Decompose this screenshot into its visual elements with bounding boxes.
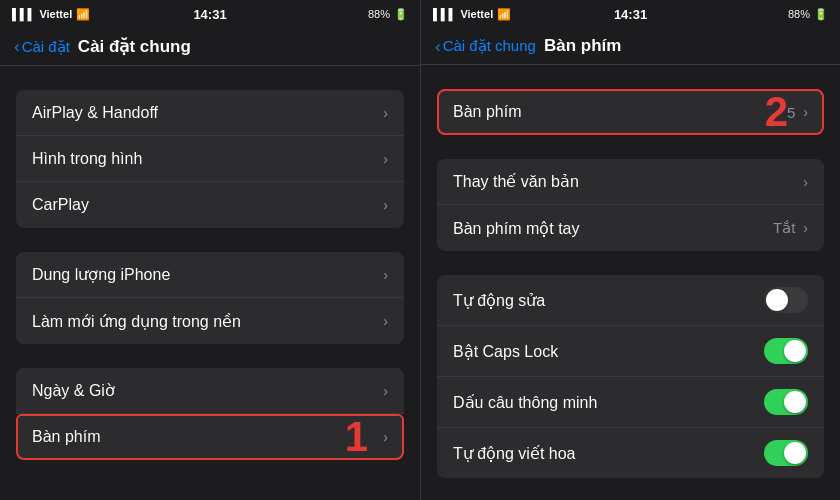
status-right-left: 88% 🔋: [368, 8, 408, 21]
nav-bar-left: ‹ Cài đặt Cài đặt chung: [0, 28, 420, 66]
chevron-refresh: ›: [383, 313, 388, 329]
row-capslock-label: Bật Caps Lock: [453, 342, 558, 361]
section-3-right: Tự động sửa Bật Caps Lock Dấu câu thông …: [437, 275, 824, 478]
row-airplay[interactable]: AirPlay & Handoff ›: [16, 90, 404, 136]
wifi-icon: 📶: [76, 8, 90, 21]
panel-right: ▌▌▌ Viettel 📶 14:31 88% 🔋 ‹ Cài đặt chun…: [420, 0, 840, 500]
row-datetime-label: Ngày & Giờ: [32, 381, 115, 400]
section-2-left: Dung lượng iPhone › Làm mới ứng dụng tro…: [16, 252, 404, 344]
row-capslock[interactable]: Bật Caps Lock: [437, 326, 824, 377]
row-picture[interactable]: Hình trong hình ›: [16, 136, 404, 182]
nav-title-right: Bàn phím: [544, 36, 621, 56]
nav-bar-right: ‹ Cài đặt chung Bàn phím: [421, 28, 840, 65]
row-autocorrect[interactable]: Tự động sửa: [437, 275, 824, 326]
row-carplay[interactable]: CarPlay ›: [16, 182, 404, 228]
row-airplay-label: AirPlay & Handoff: [32, 104, 158, 122]
chevron-textreplace: ›: [803, 174, 808, 190]
row-storage[interactable]: Dung lượng iPhone ›: [16, 252, 404, 298]
chevron-picture: ›: [383, 151, 388, 167]
row-picture-right: ›: [383, 151, 388, 167]
row-keyboard-right: ›: [383, 429, 388, 445]
row-keyboards-value: 5: [787, 104, 795, 121]
row-keyboard-label: Bàn phím: [32, 428, 100, 446]
status-left-right: ▌▌▌ Viettel 📶: [433, 8, 511, 21]
time-label-left: 14:31: [193, 7, 226, 22]
chevron-airplay: ›: [383, 105, 388, 121]
battery-percent-right: 88%: [788, 8, 810, 20]
section-1-left: AirPlay & Handoff › Hình trong hình › Ca…: [16, 90, 404, 228]
row-airplay-right: ›: [383, 105, 388, 121]
wifi-icon-right: 📶: [497, 8, 511, 21]
row-keyboards-label: Bàn phím: [453, 103, 521, 121]
row-datetime-right: ›: [383, 383, 388, 399]
back-button-right[interactable]: ‹ Cài đặt chung: [435, 37, 536, 55]
row-keyboards-right: 5 ›: [787, 104, 808, 121]
section-2-right: Thay thế văn bản › Bàn phím một tay Tắt …: [437, 159, 824, 251]
row-storage-right: ›: [383, 267, 388, 283]
battery-percent-left: 88%: [368, 8, 390, 20]
row-picture-label: Hình trong hình: [32, 150, 142, 168]
toggle-knob-smartpunct: [784, 391, 806, 413]
chevron-carplay: ›: [383, 197, 388, 213]
row-keyboard[interactable]: Bàn phím › 1: [16, 414, 404, 460]
row-textreplace-label: Thay thế văn bản: [453, 172, 579, 191]
row-textreplace-right: ›: [803, 174, 808, 190]
signal-icon: ▌▌▌: [12, 8, 35, 20]
battery-icon-left: 🔋: [394, 8, 408, 21]
row-textreplace[interactable]: Thay thế văn bản ›: [437, 159, 824, 205]
chevron-datetime: ›: [383, 383, 388, 399]
row-autocap[interactable]: Tự động viết hoa: [437, 428, 824, 478]
toggle-capslock[interactable]: [764, 338, 808, 364]
status-right-right: 88% 🔋: [788, 8, 828, 21]
row-onehand-value: Tắt: [773, 219, 795, 237]
chevron-onehand: ›: [803, 220, 808, 236]
back-label-right: Cài đặt chung: [443, 37, 536, 55]
section-1-right: Bàn phím 5 › 2: [437, 89, 824, 135]
chevron-keyboards: ›: [803, 104, 808, 120]
battery-icon-right: 🔋: [814, 8, 828, 21]
toggle-smartpunct[interactable]: [764, 389, 808, 415]
back-label-left: Cài đặt: [22, 38, 70, 56]
carrier-label: Viettel: [39, 8, 72, 20]
status-bar-left: ▌▌▌ Viettel 📶 14:31 88% 🔋: [0, 0, 420, 28]
status-bar-right: ▌▌▌ Viettel 📶 14:31 88% 🔋: [421, 0, 840, 28]
row-carplay-label: CarPlay: [32, 196, 89, 214]
row-keyboards[interactable]: Bàn phím 5 › 2: [437, 89, 824, 135]
badge-1: 1: [345, 413, 368, 461]
signal-icon-right: ▌▌▌: [433, 8, 456, 20]
row-autocorrect-label: Tự động sửa: [453, 291, 545, 310]
status-left-left: ▌▌▌ Viettel 📶: [12, 8, 90, 21]
row-refresh-label: Làm mới ứng dụng trong nền: [32, 312, 241, 331]
chevron-storage: ›: [383, 267, 388, 283]
row-datetime[interactable]: Ngày & Giờ ›: [16, 368, 404, 414]
toggle-knob-autocorrect: [766, 289, 788, 311]
toggle-autocorrect[interactable]: [764, 287, 808, 313]
badge-2: 2: [765, 88, 788, 136]
row-refresh[interactable]: Làm mới ứng dụng trong nền ›: [16, 298, 404, 344]
row-onehand[interactable]: Bàn phím một tay Tắt ›: [437, 205, 824, 251]
row-autocap-label: Tự động viết hoa: [453, 444, 576, 463]
row-storage-label: Dung lượng iPhone: [32, 265, 170, 284]
nav-title-left: Cài đặt chung: [78, 36, 191, 57]
toggle-knob-autocap: [784, 442, 806, 464]
section-3-left: Ngày & Giờ › Bàn phím › 1: [16, 368, 404, 460]
row-onehand-right: Tắt ›: [773, 219, 808, 237]
row-refresh-right: ›: [383, 313, 388, 329]
settings-list-right: Bàn phím 5 › 2 Thay thế văn bản ›: [421, 65, 840, 500]
row-onehand-label: Bàn phím một tay: [453, 219, 580, 238]
back-chevron-left: ‹: [14, 38, 20, 55]
settings-list-left: AirPlay & Handoff › Hình trong hình › Ca…: [0, 66, 420, 500]
row-smartpunct[interactable]: Dấu câu thông minh: [437, 377, 824, 428]
carrier-label-right: Viettel: [460, 8, 493, 20]
back-chevron-right: ‹: [435, 38, 441, 55]
toggle-knob-capslock: [784, 340, 806, 362]
back-button-left[interactable]: ‹ Cài đặt: [14, 38, 70, 56]
chevron-keyboard: ›: [383, 429, 388, 445]
time-label-right: 14:31: [614, 7, 647, 22]
row-smartpunct-label: Dấu câu thông minh: [453, 393, 597, 412]
panel-left: ▌▌▌ Viettel 📶 14:31 88% 🔋 ‹ Cài đặt Cài …: [0, 0, 420, 500]
row-carplay-right: ›: [383, 197, 388, 213]
toggle-autocap[interactable]: [764, 440, 808, 466]
